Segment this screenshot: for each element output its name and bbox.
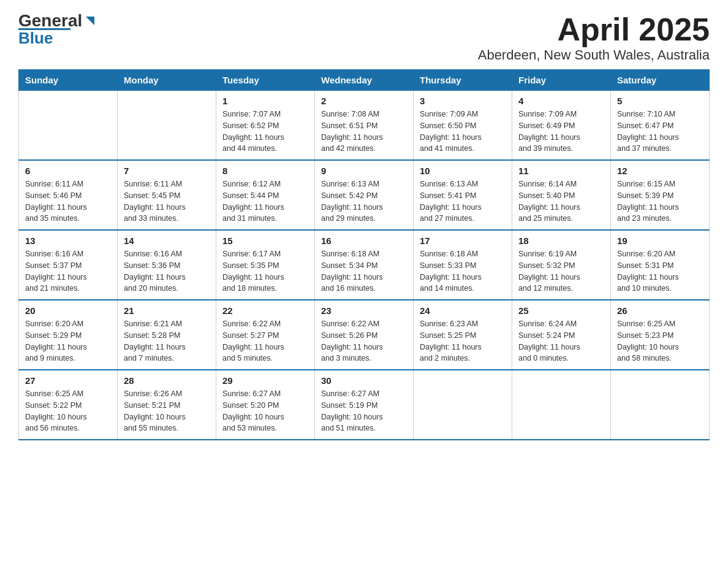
table-row: 23Sunrise: 6:22 AMSunset: 5:26 PMDayligh… xyxy=(315,300,414,370)
table-row: 24Sunrise: 6:23 AMSunset: 5:25 PMDayligh… xyxy=(414,300,512,370)
day-number: 28 xyxy=(124,375,210,386)
svg-marker-0 xyxy=(86,17,94,25)
day-info: Sunrise: 6:11 AMSunset: 5:46 PMDaylight:… xyxy=(25,178,111,224)
day-info: Sunrise: 7:10 AMSunset: 6:47 PMDaylight:… xyxy=(617,109,703,155)
title-block: April 2025 Aberdeen, New South Wales, Au… xyxy=(478,12,710,63)
table-row: 13Sunrise: 6:16 AMSunset: 5:37 PMDayligh… xyxy=(19,230,118,300)
table-row: 30Sunrise: 6:27 AMSunset: 5:19 PMDayligh… xyxy=(315,370,414,440)
col-thursday: Thursday xyxy=(414,70,512,91)
logo-general: General xyxy=(18,12,82,29)
calendar-week-row: 6Sunrise: 6:11 AMSunset: 5:46 PMDaylight… xyxy=(19,160,710,230)
logo-triangle-icon xyxy=(83,14,97,28)
day-info: Sunrise: 6:20 AMSunset: 5:31 PMDaylight:… xyxy=(617,248,703,294)
day-number: 14 xyxy=(124,236,210,246)
day-number: 7 xyxy=(124,166,210,176)
calendar-week-row: 1Sunrise: 7:07 AMSunset: 6:52 PMDaylight… xyxy=(19,91,710,161)
table-row: 5Sunrise: 7:10 AMSunset: 6:47 PMDaylight… xyxy=(611,91,710,161)
day-number: 2 xyxy=(321,96,407,106)
day-number: 21 xyxy=(124,305,210,316)
day-number: 23 xyxy=(321,305,407,316)
col-saturday: Saturday xyxy=(611,70,710,91)
day-number: 11 xyxy=(518,166,604,176)
table-row: 6Sunrise: 6:11 AMSunset: 5:46 PMDaylight… xyxy=(19,160,118,230)
day-info: Sunrise: 6:25 AMSunset: 5:23 PMDaylight:… xyxy=(617,318,703,364)
col-friday: Friday xyxy=(512,70,611,91)
table-row xyxy=(19,91,118,161)
day-info: Sunrise: 6:19 AMSunset: 5:32 PMDaylight:… xyxy=(518,248,604,294)
table-row: 1Sunrise: 7:07 AMSunset: 6:52 PMDaylight… xyxy=(216,91,315,161)
table-row xyxy=(512,370,611,440)
day-info: Sunrise: 6:27 AMSunset: 5:20 PMDaylight:… xyxy=(222,388,308,434)
day-number: 26 xyxy=(617,305,703,316)
day-info: Sunrise: 6:20 AMSunset: 5:29 PMDaylight:… xyxy=(25,318,111,364)
day-number: 19 xyxy=(617,236,703,246)
day-number: 27 xyxy=(25,375,111,386)
table-row: 10Sunrise: 6:13 AMSunset: 5:41 PMDayligh… xyxy=(414,160,512,230)
table-row: 15Sunrise: 6:17 AMSunset: 5:35 PMDayligh… xyxy=(216,230,315,300)
calendar-week-row: 27Sunrise: 6:25 AMSunset: 5:22 PMDayligh… xyxy=(19,370,710,440)
table-row: 27Sunrise: 6:25 AMSunset: 5:22 PMDayligh… xyxy=(19,370,118,440)
table-row: 22Sunrise: 6:22 AMSunset: 5:27 PMDayligh… xyxy=(216,300,315,370)
table-row: 28Sunrise: 6:26 AMSunset: 5:21 PMDayligh… xyxy=(118,370,216,440)
day-info: Sunrise: 6:13 AMSunset: 5:41 PMDaylight:… xyxy=(420,178,506,224)
day-number: 10 xyxy=(420,166,506,176)
col-monday: Monday xyxy=(118,70,216,91)
day-info: Sunrise: 7:07 AMSunset: 6:52 PMDaylight:… xyxy=(222,109,308,155)
day-info: Sunrise: 6:22 AMSunset: 5:26 PMDaylight:… xyxy=(321,318,407,364)
table-row: 16Sunrise: 6:18 AMSunset: 5:34 PMDayligh… xyxy=(315,230,414,300)
day-number: 30 xyxy=(321,375,407,386)
col-sunday: Sunday xyxy=(19,70,118,91)
table-row: 9Sunrise: 6:13 AMSunset: 5:42 PMDaylight… xyxy=(315,160,414,230)
day-info: Sunrise: 6:27 AMSunset: 5:19 PMDaylight:… xyxy=(321,388,407,434)
day-number: 20 xyxy=(25,305,111,316)
calendar-subtitle: Aberdeen, New South Wales, Australia xyxy=(478,47,710,63)
table-row: 21Sunrise: 6:21 AMSunset: 5:28 PMDayligh… xyxy=(118,300,216,370)
table-row: 3Sunrise: 7:09 AMSunset: 6:50 PMDaylight… xyxy=(414,91,512,161)
logo-blue: Blue xyxy=(18,30,53,46)
day-number: 13 xyxy=(25,236,111,246)
day-number: 17 xyxy=(420,236,506,246)
day-info: Sunrise: 6:12 AMSunset: 5:44 PMDaylight:… xyxy=(222,178,308,224)
day-info: Sunrise: 6:15 AMSunset: 5:39 PMDaylight:… xyxy=(617,178,703,224)
day-info: Sunrise: 6:26 AMSunset: 5:21 PMDaylight:… xyxy=(124,388,210,434)
calendar-table: Sunday Monday Tuesday Wednesday Thursday… xyxy=(18,69,710,440)
day-number: 25 xyxy=(518,305,604,316)
day-info: Sunrise: 6:18 AMSunset: 5:34 PMDaylight:… xyxy=(321,248,407,294)
day-info: Sunrise: 6:16 AMSunset: 5:36 PMDaylight:… xyxy=(124,248,210,294)
day-number: 8 xyxy=(222,166,308,176)
day-number: 9 xyxy=(321,166,407,176)
logo: General Blue xyxy=(18,12,97,46)
table-row: 7Sunrise: 6:11 AMSunset: 5:45 PMDaylight… xyxy=(118,160,216,230)
day-info: Sunrise: 7:09 AMSunset: 6:50 PMDaylight:… xyxy=(420,109,506,155)
page-header: General Blue April 2025 Aberdeen, New So… xyxy=(18,12,710,63)
day-number: 5 xyxy=(617,96,703,106)
day-number: 1 xyxy=(222,96,308,106)
day-number: 12 xyxy=(617,166,703,176)
table-row: 12Sunrise: 6:15 AMSunset: 5:39 PMDayligh… xyxy=(611,160,710,230)
calendar-title: April 2025 xyxy=(478,12,710,47)
table-row: 19Sunrise: 6:20 AMSunset: 5:31 PMDayligh… xyxy=(611,230,710,300)
calendar-week-row: 20Sunrise: 6:20 AMSunset: 5:29 PMDayligh… xyxy=(19,300,710,370)
col-tuesday: Tuesday xyxy=(216,70,315,91)
day-info: Sunrise: 6:25 AMSunset: 5:22 PMDaylight:… xyxy=(25,388,111,434)
day-number: 3 xyxy=(420,96,506,106)
table-row: 29Sunrise: 6:27 AMSunset: 5:20 PMDayligh… xyxy=(216,370,315,440)
day-number: 6 xyxy=(25,166,111,176)
day-info: Sunrise: 6:18 AMSunset: 5:33 PMDaylight:… xyxy=(420,248,506,294)
table-row xyxy=(118,91,216,161)
day-info: Sunrise: 6:22 AMSunset: 5:27 PMDaylight:… xyxy=(222,318,308,364)
day-info: Sunrise: 6:23 AMSunset: 5:25 PMDaylight:… xyxy=(420,318,506,364)
day-number: 18 xyxy=(518,236,604,246)
table-row: 26Sunrise: 6:25 AMSunset: 5:23 PMDayligh… xyxy=(611,300,710,370)
day-info: Sunrise: 6:24 AMSunset: 5:24 PMDaylight:… xyxy=(518,318,604,364)
day-info: Sunrise: 7:09 AMSunset: 6:49 PMDaylight:… xyxy=(518,109,604,155)
col-wednesday: Wednesday xyxy=(315,70,414,91)
table-row: 14Sunrise: 6:16 AMSunset: 5:36 PMDayligh… xyxy=(118,230,216,300)
day-number: 29 xyxy=(222,375,308,386)
day-number: 24 xyxy=(420,305,506,316)
calendar-week-row: 13Sunrise: 6:16 AMSunset: 5:37 PMDayligh… xyxy=(19,230,710,300)
calendar-header-row: Sunday Monday Tuesday Wednesday Thursday… xyxy=(19,70,710,91)
day-info: Sunrise: 6:17 AMSunset: 5:35 PMDaylight:… xyxy=(222,248,308,294)
table-row: 8Sunrise: 6:12 AMSunset: 5:44 PMDaylight… xyxy=(216,160,315,230)
table-row: 25Sunrise: 6:24 AMSunset: 5:24 PMDayligh… xyxy=(512,300,611,370)
